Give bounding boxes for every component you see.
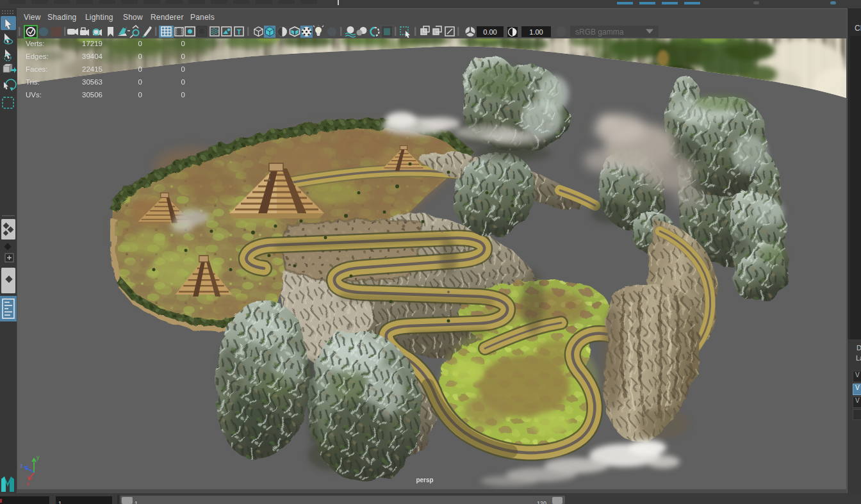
svg-text:0: 0: [138, 78, 142, 86]
svg-text:0: 0: [138, 53, 142, 60]
svg-text:30506: 30506: [82, 91, 102, 99]
svg-text:Verts:: Verts:: [26, 40, 44, 47]
svg-text:sRGB gamma: sRGB gamma: [575, 28, 624, 37]
svg-text:persp: persp: [416, 476, 433, 484]
svg-text:1.00: 1.00: [529, 28, 543, 36]
svg-text:0.00: 0.00: [483, 28, 496, 36]
svg-text:y: y: [37, 454, 40, 460]
svg-text:0: 0: [138, 91, 142, 99]
svg-text:z: z: [20, 462, 23, 469]
svg-text:30563: 30563: [82, 78, 102, 86]
svg-text:22415: 22415: [82, 65, 102, 73]
svg-text:UVs:: UVs:: [26, 91, 42, 99]
svg-text:0: 0: [181, 78, 185, 86]
svg-text:0: 0: [181, 53, 185, 60]
svg-text:0: 0: [138, 40, 142, 47]
svg-text:0: 0: [181, 91, 185, 99]
svg-text:0: 0: [138, 65, 142, 73]
svg-text:T: T: [237, 28, 242, 36]
svg-text:Tris:: Tris:: [26, 78, 40, 86]
svg-text:39404: 39404: [82, 53, 103, 60]
svg-text:Faces:: Faces:: [26, 65, 48, 73]
svg-text:17219: 17219: [82, 40, 102, 47]
svg-text:0: 0: [181, 40, 185, 47]
svg-text:x: x: [27, 480, 30, 487]
svg-text:Edges:: Edges:: [26, 53, 49, 60]
svg-text:0: 0: [181, 65, 185, 73]
